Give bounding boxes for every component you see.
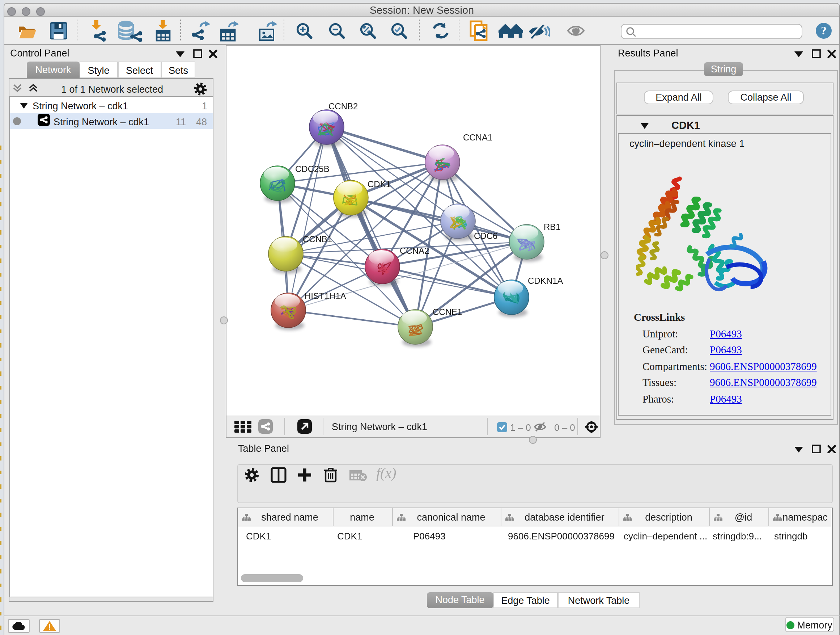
svg-text:CCNB1: CCNB1 xyxy=(303,234,332,244)
svg-text:CDK1: CDK1 xyxy=(368,179,391,188)
svg-text:CCNA1: CCNA1 xyxy=(463,132,493,142)
svg-text:RB1: RB1 xyxy=(544,222,561,231)
svg-text:CCNE1: CCNE1 xyxy=(433,307,462,317)
svg-text:CCNA2: CCNA2 xyxy=(400,245,429,255)
svg-text:HIST1H1A: HIST1H1A xyxy=(305,291,346,301)
svg-text:CDC6: CDC6 xyxy=(474,231,497,241)
svg-text:CCNB2: CCNB2 xyxy=(328,101,358,111)
svg-text:CDC25B: CDC25B xyxy=(295,164,330,173)
svg-text:?: ? xyxy=(821,24,827,37)
svg-text:CDKN1A: CDKN1A xyxy=(528,276,563,285)
